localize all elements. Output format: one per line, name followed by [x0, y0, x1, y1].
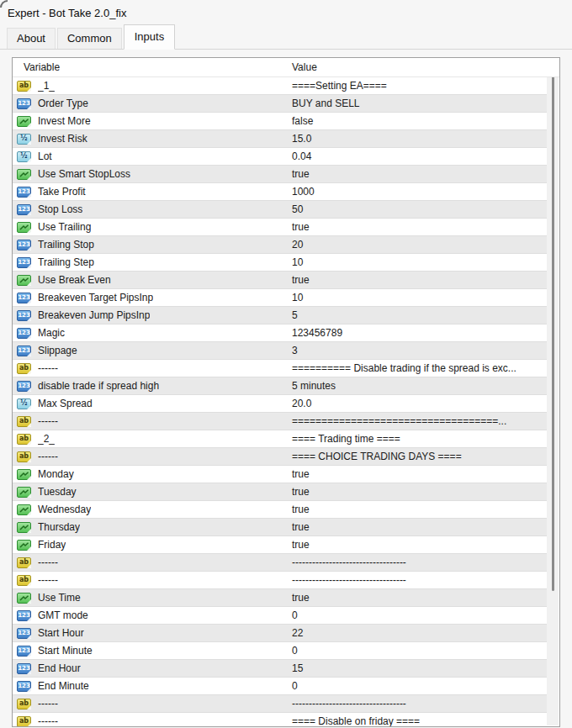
variable-name: Take Profit [38, 186, 86, 198]
variable-name: Thursday [38, 521, 80, 533]
table-row[interactable]: ab _2_ ==== Trading time ==== [13, 430, 547, 448]
boolean-icon [17, 275, 31, 286]
variable-value[interactable]: 5 minutes [284, 380, 547, 392]
table-row[interactable]: ½ Lot 0.04 [13, 148, 547, 166]
variable-cell: 123 Magic [13, 327, 284, 339]
variable-value[interactable]: true [284, 468, 547, 480]
table-row[interactable]: 123 Start Hour 22 [13, 625, 547, 642]
variable-value[interactable]: 10 [284, 292, 547, 303]
table-row[interactable]: ab ------ ==== Disable on friday ==== [13, 713, 547, 727]
variable-value[interactable]: 0 [284, 680, 547, 692]
table-row[interactable]: ab _1_ ====Setting EA==== [13, 77, 547, 95]
variable-name: ------ [38, 362, 58, 374]
table-row[interactable]: 123 Breakeven Target PipsInp 10 [13, 289, 547, 307]
variable-value[interactable]: 50 [284, 203, 547, 215]
scrollbar-thumb[interactable] [552, 72, 554, 591]
table-row[interactable]: Invest More false [13, 113, 547, 130]
variable-value[interactable]: 0 [284, 609, 547, 621]
table-row[interactable]: ab ------ ==== CHOICE TRADING DAYS ==== [13, 448, 547, 466]
variable-value[interactable]: 22 [284, 627, 547, 639]
variable-name: End Hour [38, 662, 81, 674]
variable-value[interactable]: ==== Disable on friday ==== [284, 715, 547, 727]
table-row[interactable]: 123 End Minute 0 [13, 678, 547, 695]
column-header-variable[interactable]: Variable [13, 61, 284, 73]
variable-value[interactable]: true [284, 539, 547, 551]
table-row[interactable]: 123 Start Minute 0 [13, 642, 547, 660]
table-row[interactable]: Use Smart StopLoss true [13, 166, 547, 183]
table-row[interactable]: 123 Breakeven Jump PipsInp 5 [13, 307, 547, 324]
variable-value[interactable]: ====Setting EA==== [284, 80, 547, 92]
table-row[interactable]: Tuesday true [13, 483, 547, 501]
variable-value[interactable]: 1000 [284, 186, 547, 198]
table-row[interactable]: ab ------ ------------------------------… [13, 572, 547, 589]
variable-value[interactable]: 10 [284, 256, 547, 268]
variable-value[interactable]: ===================================... [284, 415, 547, 427]
table-row[interactable]: ab ------ ========== Disable trading if … [13, 360, 547, 377]
inputs-table: Variable Value ab _1_ ====Setting EA====… [12, 57, 560, 727]
table-row[interactable]: 123 Stop Loss 50 [13, 201, 547, 219]
table-row[interactable]: Use Break Even true [13, 272, 547, 289]
table-row[interactable]: 123 Take Profit 1000 [13, 183, 547, 201]
variable-value[interactable]: ---------------------------------- [284, 698, 547, 710]
table-row[interactable]: Monday true [13, 466, 547, 483]
integer-icon: 123 [17, 187, 31, 198]
table-row[interactable]: Thursday true [13, 519, 547, 536]
variable-value[interactable]: ==== CHOICE TRADING DAYS ==== [284, 451, 547, 462]
table-row[interactable]: ½ Invest Risk 15.0 [13, 130, 547, 148]
table-row[interactable]: ab ------ ------------------------------… [13, 554, 547, 572]
integer-icon: 123 [17, 98, 31, 109]
tab-about[interactable]: About [7, 28, 56, 49]
variable-value[interactable]: false [284, 115, 547, 127]
variable-value[interactable]: 123456789 [284, 327, 547, 339]
table-row[interactable]: 123 End Hour 15 [13, 660, 547, 678]
variable-value[interactable]: 15 [284, 662, 547, 674]
boolean-icon [17, 522, 31, 533]
string-icon: ab [17, 434, 31, 445]
variable-cell: Tuesday [13, 486, 284, 498]
tab-common[interactable]: Common [57, 28, 122, 49]
variable-value[interactable]: true [284, 521, 547, 533]
variable-value[interactable]: 0.04 [284, 150, 547, 162]
variable-value[interactable]: true [284, 504, 547, 515]
variable-value[interactable]: true [284, 168, 547, 180]
table-row[interactable]: Friday true [13, 536, 547, 554]
table-row[interactable]: 123 GMT mode 0 [13, 607, 547, 625]
variable-name: Slippage [38, 345, 77, 356]
variable-value[interactable]: 15.0 [284, 133, 547, 145]
table-row[interactable]: 123 Order Type BUY and SELL [13, 95, 547, 113]
table-row[interactable]: 123 Trailing Step 10 [13, 254, 547, 272]
variable-value[interactable]: 20 [284, 239, 547, 251]
variable-value[interactable]: true [284, 592, 547, 604]
column-header-value[interactable]: Value [284, 61, 559, 73]
variable-value[interactable]: ==== Trading time ==== [284, 433, 547, 445]
variable-name: Magic [38, 327, 65, 339]
variable-value[interactable]: ========== Disable trading if the spread… [284, 362, 547, 374]
variable-value[interactable]: 0 [284, 645, 547, 657]
boolean-icon [17, 169, 31, 180]
table-row[interactable]: ab ------ ------------------------------… [13, 695, 547, 713]
variable-value[interactable]: ---------------------------------- [284, 557, 547, 568]
variable-value[interactable]: ---------------------------------- [284, 574, 547, 586]
variable-value[interactable]: 5 [284, 309, 547, 321]
variable-value[interactable]: 3 [284, 345, 547, 356]
variable-cell: Invest More [13, 115, 284, 127]
variable-name: Use Smart StopLoss [38, 168, 130, 180]
vertical-scrollbar[interactable] [547, 59, 559, 725]
table-row[interactable]: Wednesday true [13, 501, 547, 519]
table-row[interactable]: 123 disable trade if spread high 5 minut… [13, 377, 547, 395]
tab-inputs[interactable]: Inputs [124, 24, 175, 50]
table-row[interactable]: 123 Trailing Stop 20 [13, 236, 547, 254]
integer-icon: 123 [17, 310, 31, 321]
variable-value[interactable]: BUY and SELL [284, 98, 547, 109]
variable-value[interactable]: 20.0 [284, 398, 547, 409]
table-row[interactable]: ab ------ ==============================… [13, 413, 547, 430]
variable-cell: 123 Slippage [13, 345, 284, 356]
table-row[interactable]: Use Trailing true [13, 219, 547, 236]
variable-value[interactable]: true [284, 221, 547, 233]
variable-value[interactable]: true [284, 274, 547, 286]
table-row[interactable]: Use Time true [13, 589, 547, 607]
table-row[interactable]: ½ Max Spread 20.0 [13, 395, 547, 413]
table-row[interactable]: 123 Slippage 3 [13, 342, 547, 360]
table-row[interactable]: 123 Magic 123456789 [13, 324, 547, 342]
variable-value[interactable]: true [284, 486, 547, 498]
